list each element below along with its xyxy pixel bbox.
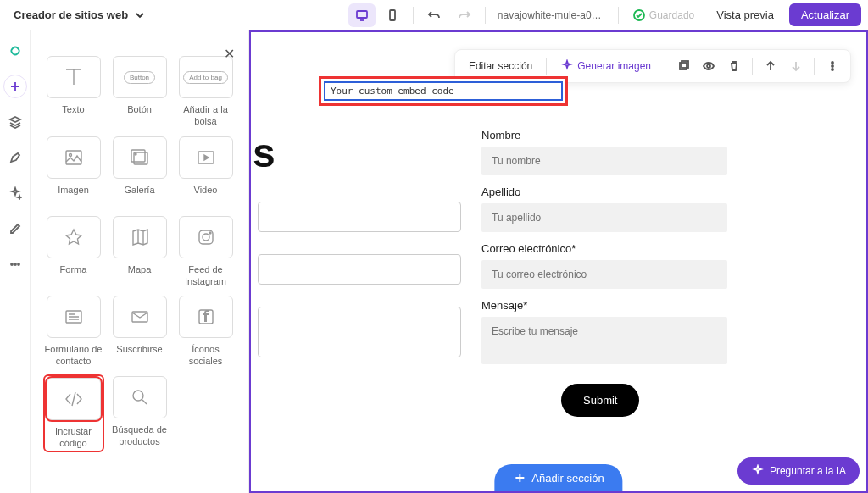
brand-label: Creador de sitios web (14, 8, 128, 21)
ask-ai-button[interactable]: Preguntar a la IA (737, 457, 860, 485)
tile-social[interactable]: Íconos sociales (177, 296, 235, 368)
svg-point-3 (11, 263, 13, 265)
sparkle-icon (751, 464, 765, 478)
tile-subscribe[interactable]: Suscribirse (111, 296, 169, 368)
tile-addbag[interactable]: Add to bagAñadir a la bolsa (177, 56, 235, 128)
svg-point-21 (707, 64, 710, 68)
site-url[interactable]: navajowhite-mule-a0xrbjxe2... (492, 9, 611, 21)
lastname-label: Apellido (481, 186, 727, 198)
divider (618, 7, 619, 24)
divider (752, 58, 753, 75)
tile-text[interactable]: Texto (45, 56, 103, 128)
section-more-button[interactable] (821, 55, 843, 77)
visibility-button[interactable] (698, 55, 720, 77)
tile-button[interactable]: ButtonBotón (111, 56, 169, 128)
add-section-label: Añadir sección (531, 472, 604, 485)
divider (665, 58, 665, 75)
redo-button (451, 3, 478, 27)
divider (413, 7, 414, 24)
tile-label: Incrustar código (47, 425, 101, 450)
tile-image[interactable]: Imagen (45, 136, 103, 208)
more-button[interactable] (3, 252, 27, 276)
tile-label: Añadir a la bolsa (177, 103, 235, 128)
update-button[interactable]: Actualizar (789, 3, 861, 26)
saved-text: Guardado (649, 9, 694, 21)
tile-instagram[interactable]: Feed de Instagram (177, 216, 235, 288)
generate-label: Generar imagen (577, 60, 651, 72)
embed-code-text[interactable]: Your custom embed code (324, 81, 563, 101)
move-up-button[interactable] (760, 55, 782, 77)
generate-image-button[interactable]: Generar imagen (554, 56, 658, 76)
lastname-input[interactable] (481, 203, 727, 232)
edit-button[interactable] (3, 217, 27, 241)
left-rail (0, 30, 31, 493)
edit-icon (8, 222, 22, 235)
styles-button[interactable] (3, 146, 27, 169)
form-left-column (258, 202, 461, 357)
tile-label: Mapa (128, 263, 152, 287)
pen-icon (8, 151, 22, 164)
dots-vertical-icon (826, 59, 839, 73)
close-panel-button[interactable]: ✕ (224, 46, 235, 62)
copy-icon (676, 59, 690, 73)
svg-point-23 (832, 65, 833, 67)
mobile-view-button[interactable] (379, 3, 406, 27)
top-bar: Creador de sitios web navajowhite-mule-a… (0, 0, 868, 30)
layers-button[interactable] (3, 110, 27, 134)
eye-icon (702, 59, 715, 73)
trash-icon (727, 59, 741, 73)
left-input-1[interactable] (258, 202, 461, 232)
tile-map[interactable]: Mapa (111, 216, 169, 288)
arrow-down-icon (789, 59, 803, 73)
svg-point-7 (69, 153, 71, 156)
left-input-2[interactable] (258, 254, 461, 285)
sparkle-icon (8, 186, 22, 200)
add-section-button[interactable]: Añadir sección (494, 464, 622, 491)
elements-panel: ✕ TextoButtonBotónAdd to bagAñadir a la … (31, 30, 249, 493)
message-input[interactable] (481, 317, 727, 364)
ask-ai-label: Preguntar a la IA (770, 465, 846, 477)
tile-video[interactable]: Video (177, 136, 235, 208)
tile-search[interactable]: Búsqueda de productos (111, 376, 169, 451)
tile-label: Botón (127, 103, 152, 127)
svg-point-4 (14, 263, 16, 265)
brand-dropdown[interactable]: Creador de sitios web (7, 5, 153, 25)
undo-button[interactable] (420, 3, 448, 27)
tile-label: Imagen (58, 184, 89, 208)
arrow-up-icon (764, 59, 777, 73)
duplicate-button[interactable] (672, 55, 694, 77)
email-input[interactable] (481, 260, 727, 289)
tile-shape[interactable]: Forma (45, 216, 103, 288)
tile-label: Formulario de contacto (45, 343, 103, 368)
left-textarea[interactable] (258, 307, 461, 357)
embed-code-block[interactable]: Your custom embed code (319, 76, 568, 106)
delete-button[interactable] (723, 55, 745, 77)
divider (814, 58, 815, 75)
svg-rect-0 (357, 11, 367, 18)
name-label: Nombre (481, 129, 727, 141)
tile-label: Forma (60, 263, 87, 287)
name-input[interactable] (481, 147, 727, 175)
tile-gallery[interactable]: Galería (111, 136, 169, 208)
svg-rect-16 (132, 312, 147, 322)
desktop-view-button[interactable] (348, 3, 376, 27)
tile-embed[interactable]: Incrustar código (45, 376, 103, 451)
ai-button[interactable] (3, 181, 27, 205)
add-element-button[interactable] (3, 75, 27, 98)
tile-contact[interactable]: Formulario de contacto (45, 296, 103, 368)
svg-rect-1 (390, 10, 395, 20)
move-down-button (785, 55, 807, 77)
canvas[interactable]: Editar sección Generar imagen Your custo… (249, 30, 868, 493)
svg-point-13 (203, 234, 209, 241)
plus-icon (513, 471, 526, 485)
svg-point-24 (832, 69, 833, 70)
tile-label: Íconos sociales (177, 343, 235, 368)
plus-icon (8, 80, 22, 93)
message-label: Mensaje* (481, 299, 727, 312)
logo-icon[interactable] (3, 39, 27, 63)
submit-button[interactable]: Submit (561, 384, 639, 417)
svg-point-10 (135, 153, 136, 155)
svg-point-14 (209, 232, 211, 234)
edit-section-button[interactable]: Editar sección (462, 57, 539, 75)
preview-button[interactable]: Vista previa (704, 3, 786, 26)
